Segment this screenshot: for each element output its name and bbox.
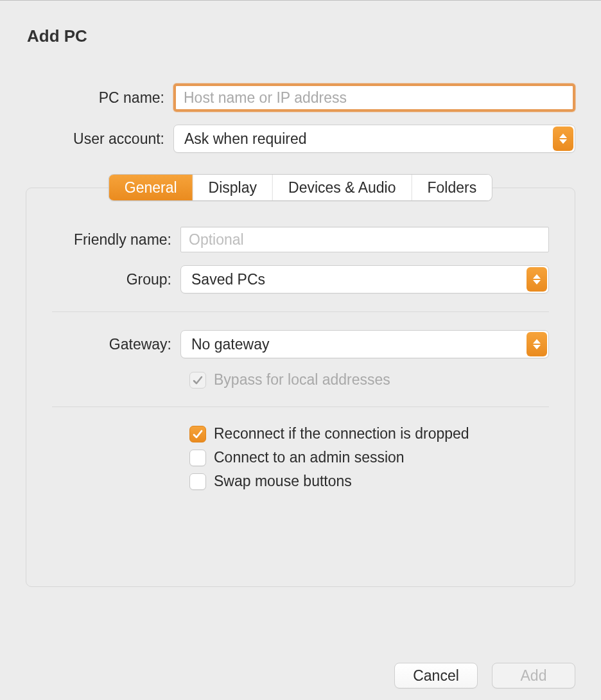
tab-devices-audio[interactable]: Devices & Audio (273, 175, 412, 200)
admin-session-label: Connect to an admin session (214, 449, 405, 466)
group-value: Saved PCs (191, 271, 265, 288)
svg-marker-4 (533, 339, 541, 344)
tab-general[interactable]: General (109, 175, 193, 200)
tab-folders[interactable]: Folders (412, 175, 492, 200)
add-button[interactable]: Add (492, 663, 575, 688)
chevrons-icon (527, 332, 547, 356)
checkmark-icon (193, 430, 203, 439)
divider (52, 311, 549, 312)
bypass-local-label: Bypass for local addresses (214, 371, 390, 389)
gateway-select[interactable]: No gateway (180, 330, 549, 358)
admin-session-checkbox[interactable] (189, 450, 206, 466)
cancel-button[interactable]: Cancel (394, 663, 478, 688)
reconnect-checkbox[interactable] (189, 426, 206, 442)
tab-display[interactable]: Display (193, 175, 273, 200)
general-panel: General Display Devices & Audio Folders … (26, 188, 575, 587)
gateway-value: No gateway (191, 336, 269, 353)
friendly-name-label: Friendly name: (52, 231, 180, 249)
svg-marker-1 (559, 139, 567, 144)
dialog-footer: Cancel Add (0, 663, 601, 688)
friendly-name-input[interactable] (180, 227, 549, 252)
chevrons-icon (527, 267, 547, 292)
checkmark-icon (193, 376, 203, 385)
gateway-label: Gateway: (52, 336, 180, 353)
pc-name-label: PC name: (26, 89, 173, 107)
bypass-local-checkbox (189, 372, 206, 389)
svg-marker-0 (559, 134, 567, 138)
dialog-title: Add PC (27, 26, 575, 46)
svg-marker-3 (533, 280, 541, 284)
group-label: Group: (52, 271, 180, 288)
reconnect-label: Reconnect if the connection is dropped (214, 425, 469, 442)
tab-bar: General Display Devices & Audio Folders (109, 174, 492, 201)
chevrons-icon (553, 127, 573, 151)
swap-mouse-label: Swap mouse buttons (214, 473, 352, 490)
bypass-local-row: Bypass for local addresses (189, 371, 549, 389)
svg-marker-5 (533, 345, 541, 349)
user-account-value: Ask when required (184, 130, 307, 148)
pc-name-input[interactable] (173, 83, 575, 112)
svg-marker-2 (533, 274, 541, 279)
user-account-select[interactable]: Ask when required (173, 125, 575, 153)
divider (52, 407, 549, 407)
group-select[interactable]: Saved PCs (180, 265, 549, 293)
swap-mouse-checkbox[interactable] (189, 473, 206, 490)
user-account-label: User account: (26, 130, 173, 148)
